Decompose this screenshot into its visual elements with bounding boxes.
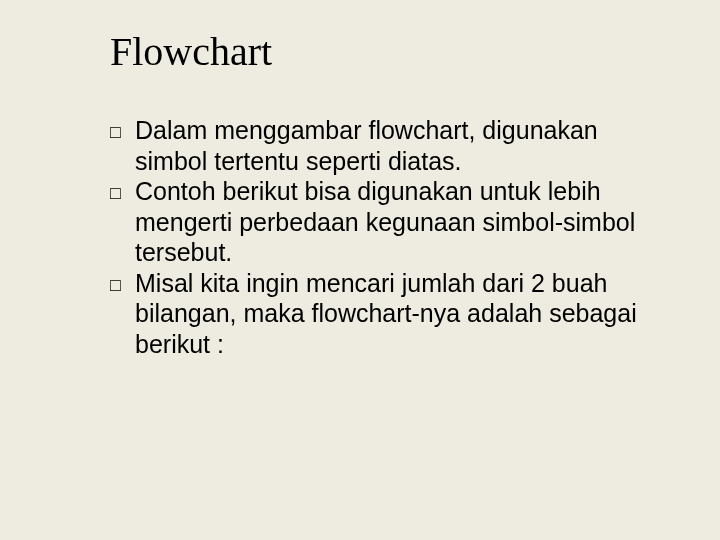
bullet-text: Misal kita ingin mencari jumlah dari 2 b…: [135, 269, 637, 358]
slide: Flowchart □Dalam menggambar flowchart, d…: [0, 0, 720, 540]
list-item: □Misal kita ingin mencari jumlah dari 2 …: [110, 268, 650, 360]
slide-body: □Dalam menggambar flowchart, digunakan s…: [110, 115, 650, 359]
square-bullet-icon: □: [110, 183, 135, 205]
square-bullet-icon: □: [110, 275, 135, 297]
slide-title: Flowchart: [110, 28, 650, 75]
bullet-text: Contoh berikut bisa digunakan untuk lebi…: [135, 177, 635, 266]
bullet-text: Dalam menggambar flowchart, digunakan si…: [135, 116, 598, 175]
square-bullet-icon: □: [110, 122, 135, 144]
list-item: □Dalam menggambar flowchart, digunakan s…: [110, 115, 650, 176]
list-item: □Contoh berikut bisa digunakan untuk leb…: [110, 176, 650, 268]
